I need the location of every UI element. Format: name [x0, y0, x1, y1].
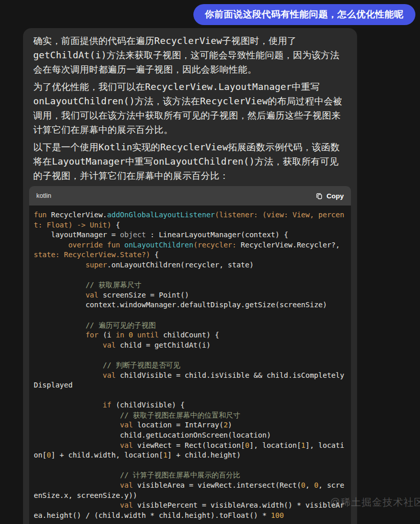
copy-code-button[interactable]: Copy [316, 192, 344, 200]
assistant-paragraph: 以下是一个使用Kotlin实现的RecyclerView拓展函数示例代码，该函数… [33, 140, 347, 183]
code-language-label: kotlin [36, 192, 51, 199]
assistant-message-bubble: 确实，前面提供的代码在遍历RecyclerView子视图时，使用了getChil… [23, 28, 357, 524]
code-block: kotlin Copy fun RecyclerView.addOnGlobal… [29, 186, 351, 524]
user-message-text: 你前面说这段代码有性能问题，怎么优化性能呢 [205, 9, 404, 19]
code-content: fun RecyclerView.addOnGlobalLayoutListen… [29, 206, 351, 524]
copy-icon [316, 192, 323, 200]
assistant-paragraph: 为了优化性能，我们可以在RecyclerView.LayoutManager中重… [33, 80, 347, 137]
code-block-header: kotlin Copy [29, 186, 351, 206]
chat-page: 你前面说这段代码有性能问题，怎么优化性能呢 确实，前面提供的代码在遍历Recyc… [0, 0, 420, 524]
assistant-paragraph: 确实，前面提供的代码在遍历RecyclerView子视图时，使用了getChil… [33, 34, 347, 77]
user-message-bubble: 你前面说这段代码有性能问题，怎么优化性能呢 [193, 4, 416, 25]
copy-button-label: Copy [326, 192, 344, 200]
